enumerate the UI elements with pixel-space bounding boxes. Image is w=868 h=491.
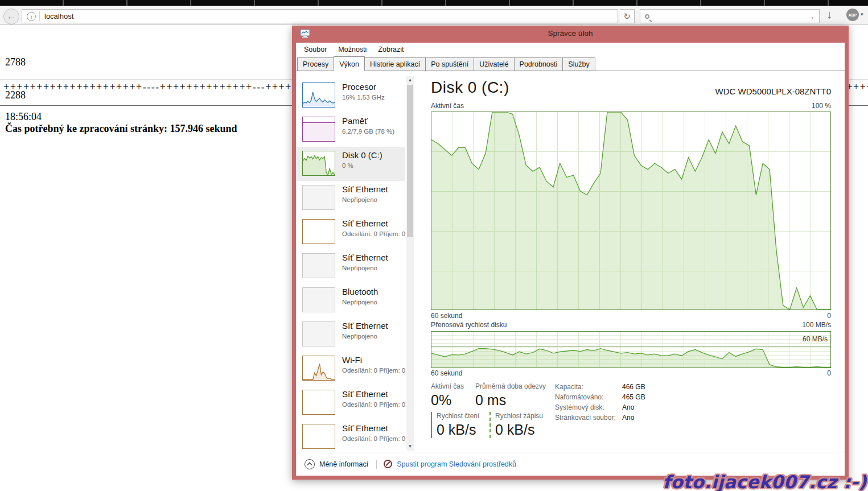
- page-summary: Čas potřebný ke zpracování stránky: 157.…: [5, 123, 237, 135]
- detail-label: Naformátováno:: [555, 393, 622, 401]
- net-mini-chart: [302, 219, 335, 244]
- sidebar-item-title: Síť Ethernet: [342, 321, 388, 331]
- detail-value: Ano: [622, 414, 634, 422]
- stat-value: 0 ms: [475, 392, 546, 409]
- chevron-up-icon[interactable]: [305, 459, 315, 469]
- stat-label: Rychlost zápisu: [495, 412, 543, 420]
- stat-aktivn-as: Aktivní čas0%: [431, 382, 464, 409]
- transfer-rate-chart: 60 MB/s: [431, 331, 831, 368]
- chart2-x-right-label: 0: [774, 369, 831, 377]
- sidebar-item-s-ethernet[interactable]: Síť EthernetOdesílání: 0 Příjem: 0: [296, 386, 405, 420]
- scroll-up-icon[interactable]: ▲: [406, 76, 414, 84]
- adblock-icon[interactable]: ABP: [846, 9, 859, 21]
- active-time-chart-max: 100 %: [660, 102, 831, 110]
- stat-rychlost-z-pisu: Rychlost zápisu0 kB/s: [489, 412, 543, 438]
- window-titlebar[interactable]: Správce úloh: [292, 26, 849, 43]
- scrollbar-thumb[interactable]: [407, 85, 413, 237]
- transfer-rate-chart-max: 100 MB/s: [660, 321, 831, 329]
- sidebar-item-disk-0-c-[interactable]: Disk 0 (C:)0 %: [296, 147, 405, 181]
- sidebar-item-title: Disk 0 (C:): [342, 150, 382, 160]
- menu-item-soubor[interactable]: Soubor: [296, 46, 332, 53]
- url-divider: [39, 11, 40, 21]
- task-manager-window: Správce úloh ✕ SouborMožnostiZobrazit Pr…: [292, 26, 849, 480]
- page-counter-bottom: 2288: [5, 89, 26, 101]
- sidebar-item-subtext: 0 %: [342, 162, 406, 169]
- transfer-rate-chart-label: Přenosová rychlost disku: [431, 321, 507, 329]
- sidebar-item-pam-[interactable]: Paměť6,2/7,9 GB (78 %): [296, 113, 405, 147]
- stat-label: Aktivní čas: [431, 382, 464, 390]
- detail-label: Kapacita:: [555, 383, 622, 391]
- sidebar-item-s-ethernet[interactable]: Síť EthernetNepřipojeno: [296, 249, 405, 283]
- stat-label: Rychlost čtení: [437, 412, 479, 420]
- tab-služby[interactable]: Služby: [562, 57, 595, 71]
- stat-rychlost-ten-: Rychlost čtení0 kB/s: [431, 412, 479, 438]
- sidebar-item-title: Síť Ethernet: [342, 253, 388, 262]
- sidebar-item-subtext: Odesílání: 0 Příjem: 0: [342, 230, 406, 237]
- detail-label: Systémový disk:: [555, 403, 622, 411]
- chart1-x-right-label: 0: [774, 312, 831, 320]
- tab-historie-aplikací[interactable]: Historie aplikací: [364, 57, 426, 71]
- tab-podrobnosti[interactable]: Podrobnosti: [514, 57, 563, 71]
- back-button[interactable]: ←: [3, 9, 19, 24]
- net-mini-chart: [302, 390, 335, 415]
- sidebar-item-subtext: Odesílání: 0 Příjem: 0: [342, 367, 406, 374]
- sidebar-item-subtext: Nepřipojeno: [342, 265, 406, 271]
- detail-value: 465 GB: [622, 393, 645, 401]
- site-info-icon[interactable]: i: [27, 12, 36, 21]
- stat-label: Průměrná doba odezvy: [475, 382, 546, 390]
- net-mini-chart: [302, 424, 335, 449]
- less-info-button[interactable]: Méně informací: [319, 460, 368, 468]
- tab-uživatelé[interactable]: Uživatelé: [474, 57, 514, 71]
- tab-výkon[interactable]: Výkon: [334, 56, 365, 71]
- sidebar-item-subtext: 6,2/7,9 GB (78 %): [342, 128, 406, 135]
- menu-item-zobrazit[interactable]: Zobrazit: [372, 46, 409, 53]
- detail-label: Stránkovací soubor:: [555, 414, 622, 422]
- sidebar-item-subtext: Odesílání: 0 Příjem: 0: [342, 401, 406, 408]
- sidebar-item-wi-fi[interactable]: Wi-FiOdesílání: 0 Příjem: 0: [296, 352, 405, 386]
- sidebar-item-title: Bluetooth: [342, 287, 378, 296]
- back-arrow-icon: ←: [7, 11, 17, 22]
- detail-value: 466 GB: [622, 383, 645, 391]
- search-input[interactable]: [649, 13, 807, 20]
- stat-pr-m-rn-doba-odezvy: Průměrná doba odezvy0 ms: [475, 382, 546, 409]
- sidebar-item-title: Síť Ethernet: [342, 218, 388, 228]
- sidebar-item-s-ethernet[interactable]: Síť EthernetNepřipojeno: [296, 317, 405, 352]
- active-time-chart-label: Aktivní čas: [431, 102, 464, 110]
- sidebar-item-procesor[interactable]: Procesor16% 1,53 GHz: [296, 79, 405, 113]
- sidebar-scrollbar[interactable]: ▲ ▼: [406, 76, 414, 451]
- sidebar-item-bluetooth[interactable]: BluetoothNepřipojeno: [296, 283, 405, 317]
- active-time-chart: [431, 112, 831, 310]
- mem-mini-chart: [302, 117, 335, 142]
- sidebar-item-title: Síť Ethernet: [342, 389, 388, 399]
- sidebar-item-title: Síť Ethernet: [342, 423, 388, 433]
- photo-watermark: foto.ijacek007.cz :-): [663, 472, 867, 491]
- adblock-caret-icon[interactable]: ▾: [861, 11, 863, 17]
- page-counter-top: 2788: [5, 56, 26, 68]
- detail-row-syst-mov-disk-: Systémový disk:Ano: [555, 403, 634, 411]
- sidebar-item-subtext: Nepřipojeno: [342, 196, 406, 203]
- sidebar-item-s-ethernet[interactable]: Síť EthernetNepřipojeno: [296, 181, 405, 215]
- scroll-down-icon[interactable]: ▼: [406, 442, 414, 451]
- resource-monitor-link[interactable]: Spustit program Sledování prostředků: [397, 460, 516, 468]
- menu-item-možnosti[interactable]: Možnosti: [332, 46, 372, 53]
- browser-tab-strip: [0, 0, 868, 6]
- downloads-icon[interactable]: ↓: [826, 8, 832, 21]
- tab-underline: [296, 71, 845, 71]
- disk-mini-chart: [302, 151, 335, 176]
- sidebar-item-s-ethernet[interactable]: Síť EthernetOdesílání: 0 Příjem: 0: [296, 215, 405, 249]
- url-bar[interactable]: i: [22, 9, 618, 23]
- sidebar-item-s-ethernet[interactable]: Síť EthernetOdesílání: 0 Příjem: 0: [296, 420, 405, 451]
- search-bar[interactable]: →: [640, 9, 820, 23]
- tab-po-spuštění[interactable]: Po spuštění: [425, 57, 474, 71]
- tab-procesy[interactable]: Procesy: [297, 57, 334, 71]
- stat-value: 0%: [431, 392, 464, 409]
- detail-row-str-nkovac-soubor-: Stránkovací soubor:Ano: [555, 414, 634, 422]
- off-mini-chart: [302, 287, 335, 312]
- url-input[interactable]: [44, 12, 557, 20]
- reload-button[interactable]: ↻: [620, 9, 635, 23]
- stat-value: 0 kB/s: [495, 422, 543, 438]
- search-go-icon[interactable]: →: [807, 12, 815, 21]
- wifi-mini-chart: [302, 356, 335, 381]
- reload-icon: ↻: [623, 11, 631, 22]
- sidebar-item-title: Wi-Fi: [342, 355, 362, 365]
